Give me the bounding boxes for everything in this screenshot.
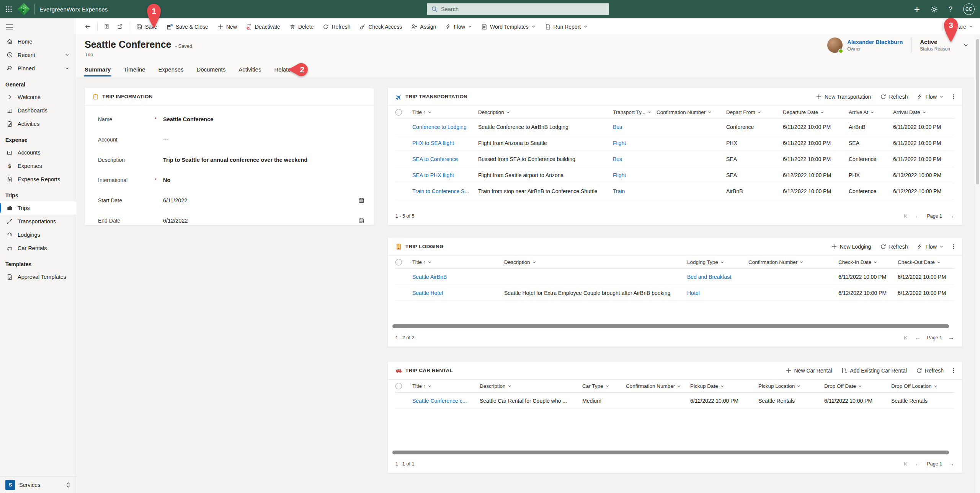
previous-page-button[interactable]: ←	[915, 213, 921, 220]
sidebar-item-approval-templates[interactable]: Approval Templates	[0, 270, 76, 283]
column-header-title[interactable]: Title↑	[412, 259, 504, 265]
column-header-check-in-date[interactable]: Check-In Date	[838, 259, 898, 265]
calendar-icon[interactable]	[358, 197, 364, 203]
column-header-drop-off-date[interactable]: Drop Off Date	[824, 383, 891, 389]
column-header-confirmation-number[interactable]: Confirmation Number	[657, 109, 726, 115]
column-header-title[interactable]: Title↑	[412, 109, 478, 115]
column-header-car-type[interactable]: Car Type	[582, 383, 626, 389]
tab-summary[interactable]: Summary	[85, 62, 111, 76]
table-row[interactable]: SEA to PHX flightFlight from Seattle air…	[395, 167, 954, 183]
calendar-icon[interactable]	[358, 218, 364, 224]
command-run-report[interactable]: Run Report	[540, 18, 593, 35]
column-header-description[interactable]: Description	[504, 259, 687, 265]
select-all-checkbox[interactable]	[395, 259, 402, 265]
sidebar-item-transportations[interactable]: Transportations	[0, 215, 76, 228]
sidebar-item-dashboards[interactable]: Dashboards	[0, 104, 76, 117]
record-link[interactable]: Seattle Conference c...	[412, 398, 467, 404]
command-flow[interactable]: Flow	[441, 18, 477, 35]
field-value[interactable]: 6/12/2022	[163, 218, 358, 224]
command-new[interactable]: New	[213, 18, 242, 35]
hamburger-menu-icon[interactable]	[6, 24, 13, 29]
subgrid-flow-button[interactable]: Flow	[917, 244, 944, 250]
subgrid-more-button[interactable]	[953, 368, 954, 374]
sidebar-item-activities[interactable]: Activities	[0, 117, 76, 130]
record-link[interactable]: Seattle Hotel	[412, 290, 443, 296]
popout-icon[interactable]	[113, 18, 127, 35]
first-page-button[interactable]	[903, 461, 908, 467]
next-page-button[interactable]: →	[948, 460, 954, 467]
search-box[interactable]	[427, 3, 609, 15]
table-row[interactable]: Train to Conference S...Train from stop …	[395, 183, 954, 199]
command-refresh[interactable]: Refresh	[318, 18, 355, 35]
sidebar-item-home[interactable]: Home	[0, 35, 76, 48]
command-delete[interactable]: Delete	[285, 18, 318, 35]
sidebar-item-welcome[interactable]: Welcome	[0, 90, 76, 104]
subgrid-add-existing-car-rental-button[interactable]: Add Existing Car Rental	[841, 368, 907, 374]
column-header-lodging-type[interactable]: Lodging Type	[687, 259, 748, 265]
subgrid-more-button[interactable]	[953, 94, 954, 100]
field-value[interactable]: No	[163, 177, 364, 183]
sidebar-item-pinned[interactable]: Pinned	[0, 62, 76, 75]
settings-gear-icon[interactable]	[931, 6, 938, 13]
select-all-checkbox[interactable]	[395, 109, 402, 116]
previous-page-button[interactable]: ←	[915, 334, 921, 341]
back-button[interactable]	[81, 18, 95, 35]
table-row[interactable]: SEA to ConferenceBussed from SEA to Conf…	[395, 151, 954, 167]
sidebar-item-recent[interactable]: Recent	[0, 48, 76, 62]
table-row[interactable]: Seattle AirBnBBed and Breakfast6/11/2022…	[395, 269, 954, 285]
help-button[interactable]: ?	[949, 5, 952, 13]
record-link[interactable]: Flight	[613, 172, 626, 178]
search-input[interactable]	[441, 6, 605, 12]
column-header-description[interactable]: Description	[478, 109, 613, 115]
record-link[interactable]: Bus	[613, 156, 622, 162]
next-page-button[interactable]: →	[948, 334, 954, 341]
owner-avatar[interactable]	[827, 37, 843, 53]
record-link[interactable]: SEA to Conference	[412, 156, 458, 162]
column-header-confirmation-number[interactable]: Confirmation Number	[626, 383, 690, 389]
table-row[interactable]: Seattle HotelSeattle Hotel for Extra Emp…	[395, 285, 954, 301]
table-row[interactable]: Conference to LodgingSeattle Conference …	[395, 119, 954, 135]
area-switcher-services[interactable]: S Services	[0, 476, 76, 493]
column-header-confirmation-number[interactable]: Confirmation Number	[748, 259, 838, 265]
field-value[interactable]: Trip to Seattle for annual conference ov…	[163, 157, 364, 163]
table-row[interactable]: PHX to SEA flightFlight from Arizona to …	[395, 135, 954, 151]
user-avatar[interactable]: CG	[963, 3, 975, 15]
sidebar-item-accounts[interactable]: Accounts	[0, 146, 76, 159]
tab-activities[interactable]: Activities	[238, 62, 261, 76]
command-word-templates[interactable]: Word Templates	[477, 18, 540, 35]
select-all-checkbox[interactable]	[395, 383, 402, 389]
subgrid-refresh-button[interactable]: Refresh	[880, 94, 908, 100]
record-link[interactable]: Hotel	[687, 290, 700, 296]
record-link[interactable]: PHX to SEA flight	[412, 140, 454, 146]
field-value[interactable]: Seattle Conference	[163, 116, 364, 122]
command-check-access[interactable]: Check Access	[355, 18, 407, 35]
column-header-departure-date[interactable]: Departure Date	[783, 109, 849, 115]
record-link[interactable]: SEA to PHX flight	[412, 172, 454, 178]
record-link[interactable]: Flight	[613, 140, 626, 146]
horizontal-scrollbar[interactable]	[392, 324, 949, 328]
sidebar-item-expenses[interactable]: $Expenses	[0, 159, 76, 172]
record-link[interactable]: Bed and Breakfast	[687, 274, 731, 280]
column-header-transport-ty[interactable]: Transport Ty...	[613, 109, 657, 115]
quick-create-button[interactable]: +	[914, 4, 920, 14]
sidebar-item-expense-reports[interactable]: Expense Reports	[0, 172, 76, 186]
sidebar-item-car-rentals[interactable]: Car Rentals	[0, 241, 76, 255]
tab-documents[interactable]: Documents	[196, 62, 225, 76]
record-link[interactable]: Train	[613, 188, 625, 194]
subgrid-more-button[interactable]	[953, 244, 954, 250]
subgrid-new-lodging-button[interactable]: New Lodging	[831, 244, 871, 250]
field-value[interactable]: 6/11/2022	[163, 197, 358, 203]
vertical-scrollbar-thumb[interactable]	[976, 39, 979, 184]
waffle-icon[interactable]	[5, 6, 12, 13]
column-header-pickup-location[interactable]: Pickup Location	[758, 383, 824, 389]
previous-page-button[interactable]: ←	[915, 460, 921, 467]
subgrid-flow-button[interactable]: Flow	[917, 94, 944, 100]
column-header-check-out-date[interactable]: Check-Out Date	[898, 259, 955, 265]
subgrid-new-car-rental-button[interactable]: New Car Rental	[786, 368, 832, 374]
column-header-arrival-date[interactable]: Arrival Date	[893, 109, 955, 115]
first-page-button[interactable]	[903, 335, 908, 340]
column-header-pickup-date[interactable]: Pickup Date	[690, 383, 758, 389]
column-header-description[interactable]: Description	[480, 383, 582, 389]
tab-expenses[interactable]: Expenses	[158, 62, 184, 76]
record-link[interactable]: Train to Conference S...	[412, 188, 469, 194]
